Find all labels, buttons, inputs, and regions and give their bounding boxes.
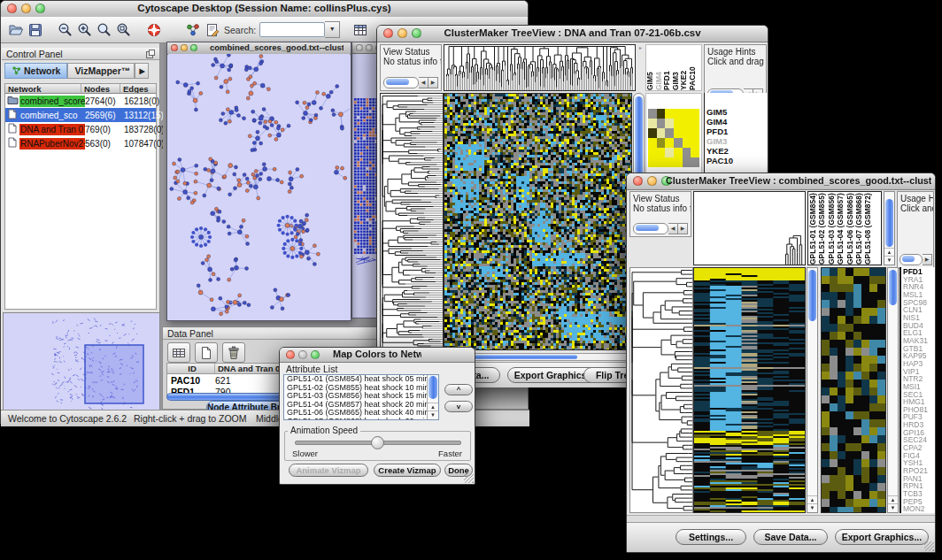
matrix-cell[interactable] (648, 128, 657, 138)
resize-grip[interactable] (464, 473, 474, 483)
col-edges[interactable]: Edges (120, 84, 156, 93)
matrix-row-label[interactable]: GIM3 (705, 136, 767, 146)
search-dropdown-arrow[interactable]: ▼ (325, 21, 340, 38)
matrix-row-label[interactable]: PFD1 (705, 127, 767, 136)
network-table-row[interactable]: combined_scores2764(0)16218(0) (5, 94, 156, 108)
delete-attribute-icon[interactable] (222, 342, 245, 363)
network-view-titlebar[interactable]: combined_scores_good.txt--cluste... (167, 42, 351, 55)
network-table-row[interactable]: DNA and Tran 07769(0)183728(0) (5, 122, 156, 136)
network-overview-canvas[interactable] (3, 312, 160, 410)
settings-button[interactable]: Settings... (676, 529, 746, 545)
zoom-button[interactable] (35, 4, 45, 13)
matrix-cell[interactable] (683, 157, 691, 167)
export-graphics-button[interactable]: Export Graphics... (835, 529, 929, 545)
matrix-cell[interactable] (683, 109, 691, 119)
help-icon[interactable] (144, 20, 164, 40)
view-status-scrollbar[interactable]: ◀▶ (383, 77, 438, 88)
minimize-button[interactable] (366, 44, 373, 51)
matrix-cell[interactable] (691, 148, 699, 157)
open-session-icon[interactable] (6, 20, 26, 40)
animate-vizmap-button[interactable]: Animate Vizmap (289, 464, 368, 477)
matrix-cell[interactable] (674, 157, 683, 167)
tab-overflow-button[interactable]: ▶ (135, 63, 149, 79)
matrix-cell[interactable] (674, 119, 683, 128)
matrix-row-label[interactable]: PAC10 (705, 156, 767, 165)
minimize-button[interactable] (21, 4, 31, 13)
tab-vizmapper[interactable]: VizMapper™ (67, 63, 135, 79)
matrix-cell[interactable] (691, 128, 699, 138)
global-vscrollbar[interactable]: ▲▼ (807, 267, 818, 513)
close-button[interactable] (7, 4, 17, 13)
attribute-browser-icon[interactable] (351, 20, 370, 40)
move-up-button[interactable]: ^ (444, 384, 473, 395)
network-table-row[interactable]: RNAPuberNov2+1563(0)107847(0) (5, 136, 156, 150)
usage-hints-scrollbar[interactable]: ▶ (900, 254, 932, 265)
save-data-button[interactable]: Save Data... (753, 529, 828, 545)
create-attribute-icon[interactable] (195, 342, 218, 363)
close-button[interactable] (286, 350, 295, 359)
matrix-cell[interactable] (691, 138, 699, 148)
matrix-cell[interactable] (665, 128, 674, 138)
col-nodes[interactable]: Nodes (81, 84, 120, 93)
matrix-cell[interactable] (691, 109, 699, 119)
tab-network[interactable]: Network (4, 63, 67, 79)
matrix-cell[interactable] (691, 119, 699, 128)
matrix-cell[interactable] (657, 138, 666, 148)
cytoscape-titlebar[interactable]: Cytoscape Desktop (Session Name: collins… (1, 1, 528, 18)
matrix-cell[interactable] (674, 128, 683, 138)
search-input[interactable] (259, 22, 325, 37)
view-status-scrollbar[interactable]: ◀▶ (633, 223, 688, 234)
heatmap-canvas[interactable] (444, 94, 631, 349)
matrix-cell[interactable] (683, 138, 691, 148)
matrix-cell[interactable] (648, 109, 657, 119)
close-button[interactable] (383, 28, 393, 38)
close-button[interactable] (356, 44, 363, 51)
matrix-cell[interactable] (665, 119, 674, 128)
minimize-button[interactable] (298, 350, 307, 359)
zoom-fit-icon[interactable] (95, 20, 114, 40)
col-network[interactable]: Network (5, 84, 81, 93)
plugin-manager-icon[interactable] (183, 20, 203, 40)
float-panel-icon[interactable] (145, 49, 156, 62)
create-vizmap-button[interactable]: Create Vizmap (374, 464, 441, 477)
minimize-button[interactable] (398, 28, 407, 38)
matrix-cell[interactable] (665, 138, 674, 148)
zoom-vscrollbar[interactable]: ▲▼ (887, 267, 899, 513)
treeview1-titlebar[interactable]: ClusterMaker TreeView : DNA and Tran 07-… (377, 26, 768, 42)
matrix-cell[interactable] (665, 148, 674, 157)
close-button[interactable] (633, 176, 643, 186)
column-dendrogram-canvas[interactable] (694, 192, 805, 265)
minimize-button[interactable] (181, 44, 188, 51)
matrix-cell[interactable] (657, 128, 666, 138)
zoom-selected-region-icon[interactable] (114, 20, 134, 40)
matrix-cell[interactable] (665, 157, 674, 167)
network-table-row[interactable]: combined_sco2569(6)13112(15) (5, 108, 156, 122)
row-dendrogram-canvas[interactable] (630, 268, 692, 512)
matrix-row-label[interactable]: YKE2 (705, 146, 767, 156)
matrix-row-label[interactable]: GIM5 (705, 107, 767, 117)
zoom-in-icon[interactable] (75, 20, 95, 40)
matrix-cell[interactable] (657, 157, 666, 167)
attribute-listbox[interactable]: GPL51-01 (GSM854) heat shock 05 minGPL51… (283, 374, 439, 420)
row-dendrogram-canvas[interactable] (381, 94, 443, 350)
save-session-icon[interactable] (26, 20, 45, 40)
annotation-icon[interactable] (203, 20, 222, 40)
matrix-cell[interactable] (674, 138, 683, 148)
matrix-cell[interactable] (657, 109, 666, 119)
matrix-cell[interactable] (683, 128, 691, 138)
network-view-canvas[interactable] (168, 54, 350, 320)
matrix-row-label[interactable]: GIM4 (705, 117, 767, 127)
zoom-button[interactable] (412, 28, 421, 38)
zoom-button[interactable] (311, 350, 320, 359)
select-attributes-icon[interactable] (167, 342, 190, 363)
column-dendrogram-canvas[interactable] (444, 45, 635, 90)
matrix-cell[interactable] (683, 119, 691, 128)
matrix-cell[interactable] (648, 119, 657, 128)
speed-slider-thumb[interactable] (371, 436, 384, 449)
gene-label[interactable]: MON2 (901, 505, 935, 513)
close-button[interactable] (171, 44, 178, 51)
matrix-cell[interactable] (683, 148, 691, 157)
treeview2-titlebar[interactable]: ClusterMaker TreeView : combined_scores_… (627, 173, 935, 190)
list-vscrollbar[interactable]: ▲ ▼ (427, 375, 438, 419)
matrix-cell[interactable] (674, 109, 683, 119)
